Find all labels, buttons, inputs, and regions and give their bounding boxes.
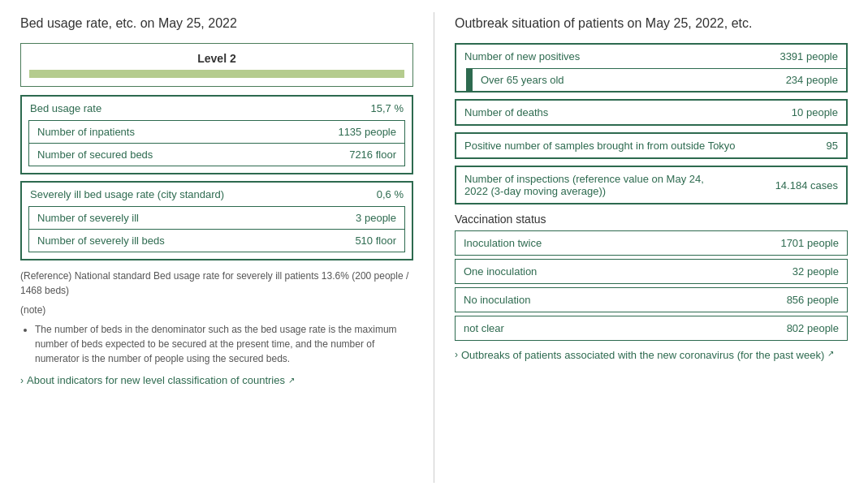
outside-tokyo-row: Positive number of samples brought in fr… — [456, 134, 846, 157]
inspections-row: Number of inspections (reference value o… — [456, 167, 846, 203]
severely-ill-beds-row: Number of severely ill beds 510 floor — [29, 230, 404, 252]
outside-tokyo-value: 95 — [827, 140, 838, 152]
vacc-one-value: 32 people — [792, 265, 839, 278]
vacc-one-row: One inoculation 32 people — [455, 259, 848, 284]
secured-beds-value: 7216 floor — [349, 148, 396, 161]
inspections-value: 14.184 cases — [775, 179, 838, 192]
note-section: (Reference) National standard Bed usage … — [20, 269, 413, 366]
reference-text: (Reference) National standard Bed usage … — [20, 269, 413, 298]
level-label: Level 2 — [29, 52, 404, 65]
bottom-link-text: Outbreaks of patients associated with th… — [461, 349, 824, 361]
bottom-link[interactable]: › Outbreaks of patients associated with … — [455, 349, 848, 361]
severely-ill-row: Number of severely ill 3 people — [29, 207, 404, 230]
deaths-value: 10 people — [792, 106, 838, 118]
bed-usage-header: Bed usage rate 15,7 % — [22, 97, 412, 120]
level-box: Level 2 — [20, 43, 413, 87]
over-65-value: 234 people — [786, 74, 838, 86]
note-title: (note) — [20, 303, 413, 317]
inpatients-row: Number of inpatients 1135 people — [29, 121, 404, 144]
vacc-unclear-label: not clear — [464, 322, 504, 334]
severe-label: Severely ill bed usage rate (city standa… — [30, 188, 224, 200]
new-positives-value: 3391 people — [779, 50, 838, 62]
outside-tokyo-group: Positive number of samples brought in fr… — [455, 132, 848, 159]
vacc-none-value: 856 people — [787, 294, 839, 306]
vacc-one-label: One inoculation — [464, 265, 537, 278]
level-bar — [29, 70, 404, 78]
inpatients-value: 1135 people — [338, 126, 396, 138]
bed-usage-sub-group: Number of inpatients 1135 people Number … — [28, 120, 405, 166]
right-panel: Outbreak situation of patients on May 25… — [443, 8, 860, 487]
new-positives-label: Number of new positives — [464, 50, 580, 62]
bed-usage-label: Bed usage rate — [30, 102, 101, 114]
secured-beds-label: Number of secured beds — [37, 148, 153, 161]
inspections-group: Number of inspections (reference value o… — [455, 166, 848, 204]
severe-header: Severely ill bed usage rate (city standa… — [22, 183, 412, 206]
level-link-text: About indicators for new level classific… — [27, 374, 285, 386]
vacc-twice-label: Inoculation twice — [464, 237, 542, 249]
external-link-icon: ↗ — [288, 376, 295, 385]
severe-value: 0,6 % — [377, 188, 404, 200]
left-panel: Bed usage rate, etc. on May 25, 2022 Lev… — [8, 8, 425, 487]
level-link[interactable]: › About indicators for new level classif… — [20, 374, 413, 386]
new-positives-row: Number of new positives 3391 people — [456, 45, 846, 68]
bed-usage-group: Bed usage rate 15,7 % Number of inpatien… — [20, 95, 413, 174]
outside-tokyo-label: Positive number of samples brought in fr… — [464, 140, 736, 152]
deaths-group: Number of deaths 10 people — [455, 99, 848, 126]
note-bullet: The number of beds in the denominator su… — [35, 322, 413, 366]
vacc-twice-row: Inoculation twice 1701 people — [455, 230, 848, 256]
vaccination-title: Vaccination status — [455, 213, 848, 226]
inspections-label: Number of inspections (reference value o… — [464, 173, 707, 197]
severe-group: Severely ill bed usage rate (city standa… — [20, 181, 413, 260]
vacc-twice-value: 1701 people — [780, 237, 839, 249]
bed-usage-value: 15,7 % — [371, 102, 404, 114]
panel-divider — [434, 12, 434, 483]
over-65-label: Over 65 years old — [481, 74, 564, 86]
left-panel-title: Bed usage rate, etc. on May 25, 2022 — [20, 16, 413, 31]
new-positives-group: Number of new positives 3391 people Over… — [455, 43, 848, 93]
over-65-row: Over 65 years old 234 people — [466, 68, 846, 91]
right-panel-title: Outbreak situation of patients on May 25… — [455, 16, 848, 31]
deaths-label: Number of deaths — [464, 106, 548, 118]
severely-ill-beds-value: 510 floor — [355, 235, 396, 247]
secured-beds-row: Number of secured beds 7216 floor — [29, 144, 404, 166]
chevron-right-icon: › — [20, 375, 24, 386]
deaths-row: Number of deaths 10 people — [456, 101, 846, 124]
severely-ill-value: 3 people — [356, 212, 396, 224]
severely-ill-label: Number of severely ill — [37, 212, 139, 224]
external-link-icon-2: ↗ — [827, 349, 834, 358]
severely-ill-beds-label: Number of severely ill beds — [37, 235, 165, 247]
inpatients-label: Number of inpatients — [37, 126, 135, 138]
vacc-none-row: No inoculation 856 people — [455, 287, 848, 312]
vacc-unclear-value: 802 people — [787, 322, 839, 334]
vacc-none-label: No inoculation — [464, 294, 530, 306]
chevron-right-icon-2: › — [455, 349, 458, 360]
vacc-unclear-row: not clear 802 people — [455, 316, 848, 341]
severe-sub-group: Number of severely ill 3 people Number o… — [28, 206, 405, 252]
